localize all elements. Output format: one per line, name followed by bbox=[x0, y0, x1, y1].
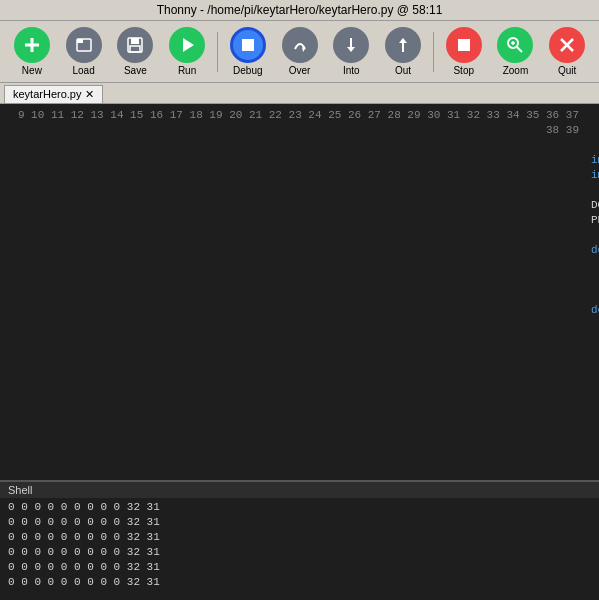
toolbar-separator bbox=[217, 32, 218, 72]
new-label: New bbox=[22, 65, 42, 76]
toolbar-separator bbox=[433, 32, 434, 72]
tab-label: keytarHero.py ✕ bbox=[13, 88, 94, 100]
editor-area[interactable]: 9 10 11 12 13 14 15 16 17 18 19 20 21 22… bbox=[0, 104, 599, 480]
stop-icon bbox=[446, 27, 482, 63]
toolbar-btn-run[interactable]: Run bbox=[163, 25, 211, 78]
run-icon bbox=[169, 27, 205, 63]
run-label: Run bbox=[178, 65, 196, 76]
svg-rect-14 bbox=[458, 39, 470, 51]
title-text: Thonny - /home/pi/keytarHero/keytarHero.… bbox=[157, 3, 443, 17]
quit-label: Quit bbox=[558, 65, 576, 76]
load-icon bbox=[66, 27, 102, 63]
out-icon bbox=[385, 27, 421, 63]
debug-icon bbox=[230, 27, 266, 63]
svg-rect-5 bbox=[131, 38, 139, 44]
svg-rect-8 bbox=[242, 39, 254, 51]
stop-label: Stop bbox=[453, 65, 474, 76]
toolbar-btn-quit[interactable]: Quit bbox=[543, 25, 591, 78]
out-label: Out bbox=[395, 65, 411, 76]
debug-label: Debug bbox=[233, 65, 262, 76]
toolbar-btn-save[interactable]: Save bbox=[111, 25, 159, 78]
zoom-icon bbox=[497, 27, 533, 63]
toolbar-btn-out[interactable]: Out bbox=[379, 25, 427, 78]
over-label: Over bbox=[289, 65, 311, 76]
toolbar-btn-over[interactable]: Over bbox=[276, 25, 324, 78]
svg-line-16 bbox=[517, 47, 522, 52]
toolbar-btn-new[interactable]: New bbox=[8, 25, 56, 78]
toolbar-btn-debug[interactable]: Debug bbox=[224, 25, 272, 78]
title-bar: Thonny - /home/pi/keytarHero/keytarHero.… bbox=[0, 0, 599, 21]
line-numbers: 9 10 11 12 13 14 15 16 17 18 19 20 21 22… bbox=[0, 104, 583, 480]
svg-rect-6 bbox=[130, 46, 140, 52]
toolbar: NewLoadSaveRunDebugOverIntoOutStopZoomQu… bbox=[0, 21, 599, 83]
svg-marker-13 bbox=[399, 38, 407, 43]
quit-icon bbox=[549, 27, 585, 63]
shell-header: Shell bbox=[0, 482, 599, 498]
toolbar-btn-stop[interactable]: Stop bbox=[440, 25, 488, 78]
toolbar-btn-zoom[interactable]: Zoom bbox=[492, 25, 540, 78]
toolbar-btn-into[interactable]: Into bbox=[327, 25, 375, 78]
toolbar-btn-load[interactable]: Load bbox=[60, 25, 108, 78]
zoom-label: Zoom bbox=[503, 65, 529, 76]
shell-content[interactable]: 0 0 0 0 0 0 0 0 0 32 31 0 0 0 0 0 0 0 0 … bbox=[0, 498, 599, 592]
new-icon bbox=[14, 27, 50, 63]
svg-rect-3 bbox=[77, 39, 83, 43]
svg-marker-11 bbox=[347, 47, 355, 52]
save-label: Save bbox=[124, 65, 147, 76]
code-content[interactable]: class=class="c-string">"c-comment"># The… bbox=[583, 104, 599, 480]
into-icon bbox=[333, 27, 369, 63]
into-label: Into bbox=[343, 65, 360, 76]
tab-bar: keytarHero.py ✕ bbox=[0, 83, 599, 104]
shell-area: Shell 0 0 0 0 0 0 0 0 0 32 31 0 0 0 0 0 … bbox=[0, 480, 599, 600]
over-icon bbox=[282, 27, 318, 63]
svg-marker-7 bbox=[183, 38, 194, 52]
editor-tab[interactable]: keytarHero.py ✕ bbox=[4, 85, 103, 103]
save-icon bbox=[117, 27, 153, 63]
load-label: Load bbox=[72, 65, 94, 76]
